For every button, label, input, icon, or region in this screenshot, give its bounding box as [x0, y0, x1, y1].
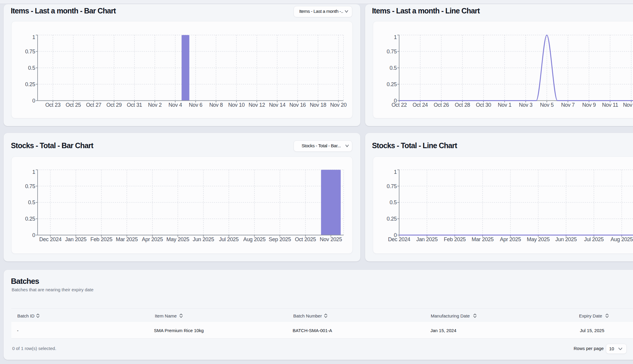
svg-text:Jun 2025: Jun 2025 [193, 236, 214, 242]
svg-text:0.5: 0.5 [390, 199, 397, 205]
svg-text:Jul 2025: Jul 2025 [584, 236, 604, 242]
svg-text:Sep 2025: Sep 2025 [269, 236, 291, 242]
svg-text:0.75: 0.75 [25, 183, 35, 189]
svg-text:0.25: 0.25 [25, 216, 35, 222]
svg-text:Nov 13: Nov 13 [623, 102, 633, 108]
svg-text:Nov 4: Nov 4 [169, 102, 182, 108]
svg-text:May 2025: May 2025 [527, 236, 550, 242]
svg-text:Nov 9: Nov 9 [582, 102, 596, 108]
svg-text:Aug 2025: Aug 2025 [243, 236, 265, 242]
svg-text:Nov 12: Nov 12 [248, 102, 265, 108]
svg-text:Jul 2025: Jul 2025 [219, 236, 239, 242]
svg-text:0.75: 0.75 [387, 183, 397, 189]
svg-text:Nov 18: Nov 18 [310, 102, 326, 108]
svg-text:0: 0 [32, 232, 35, 238]
svg-text:Nov 10: Nov 10 [228, 102, 245, 108]
svg-text:Oct 30: Oct 30 [476, 102, 491, 108]
svg-text:Nov 6: Nov 6 [189, 102, 203, 108]
svg-text:Nov 2025: Nov 2025 [320, 236, 342, 242]
svg-text:0.25: 0.25 [387, 216, 397, 222]
svg-text:Mar 2025: Mar 2025 [116, 236, 138, 242]
svg-text:1: 1 [394, 169, 397, 175]
svg-text:Nov 11: Nov 11 [602, 102, 618, 108]
svg-text:Oct 22: Oct 22 [391, 102, 407, 108]
svg-text:Oct 29: Oct 29 [106, 102, 122, 108]
svg-text:Oct 31: Oct 31 [127, 102, 142, 108]
svg-text:Nov 14: Nov 14 [269, 102, 286, 108]
svg-text:0.25: 0.25 [387, 81, 397, 87]
svg-text:0.5: 0.5 [28, 199, 35, 205]
svg-text:May 2025: May 2025 [166, 236, 189, 242]
svg-text:Oct 28: Oct 28 [455, 102, 470, 108]
svg-text:1: 1 [394, 34, 397, 40]
svg-text:1: 1 [32, 169, 35, 175]
svg-text:Oct 24: Oct 24 [413, 102, 428, 108]
svg-text:0.75: 0.75 [25, 49, 35, 55]
svg-text:0.25: 0.25 [25, 81, 35, 87]
svg-text:0.5: 0.5 [28, 65, 35, 71]
svg-text:Apr 2025: Apr 2025 [142, 236, 163, 242]
svg-text:Oct 26: Oct 26 [434, 102, 449, 108]
svg-text:Oct 2025: Oct 2025 [295, 236, 316, 242]
svg-text:Mar 2025: Mar 2025 [472, 236, 494, 242]
svg-text:Oct 25: Oct 25 [66, 102, 81, 108]
svg-text:Jan 2025: Jan 2025 [65, 236, 87, 242]
svg-text:Jun 2025: Jun 2025 [555, 236, 577, 242]
svg-text:Nov 3: Nov 3 [519, 102, 533, 108]
svg-text:0: 0 [32, 98, 35, 104]
svg-text:Apr 2025: Apr 2025 [500, 236, 521, 242]
svg-text:Nov 8: Nov 8 [209, 102, 223, 108]
svg-text:1: 1 [32, 34, 35, 40]
svg-text:Aug 2025: Aug 2025 [611, 236, 633, 242]
svg-text:Oct 27: Oct 27 [86, 102, 101, 108]
svg-text:Nov 7: Nov 7 [561, 102, 575, 108]
svg-text:Nov 5: Nov 5 [540, 102, 554, 108]
svg-text:Nov 1: Nov 1 [498, 102, 512, 108]
svg-text:Feb 2025: Feb 2025 [90, 236, 112, 242]
svg-text:Jan 2025: Jan 2025 [416, 236, 438, 242]
svg-text:Dec 2024: Dec 2024 [39, 236, 61, 242]
svg-text:Feb 2025: Feb 2025 [444, 236, 466, 242]
svg-text:Oct 23: Oct 23 [45, 102, 61, 108]
svg-text:Dec 2024: Dec 2024 [388, 236, 410, 242]
svg-text:Nov 16: Nov 16 [289, 102, 306, 108]
svg-text:0.5: 0.5 [390, 65, 397, 71]
svg-text:Nov 2: Nov 2 [148, 102, 162, 108]
svg-text:Nov 20: Nov 20 [330, 102, 347, 108]
svg-text:0.75: 0.75 [387, 49, 397, 55]
